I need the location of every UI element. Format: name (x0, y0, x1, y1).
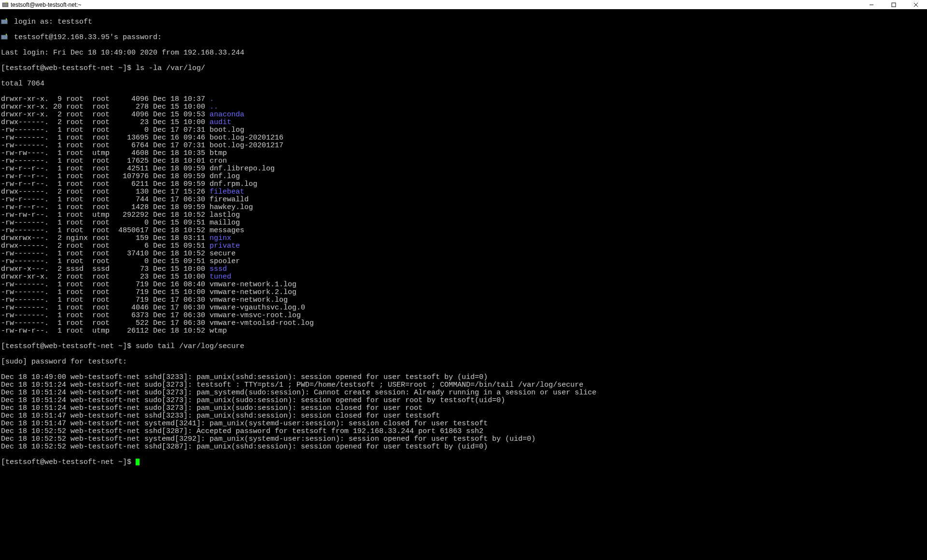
ls-row-filename: .. (210, 103, 218, 111)
svg-rect-8 (1, 20, 7, 24)
ls-row-filename: messages (210, 226, 244, 235)
window-titlebar: testsoft@web-testsoft-net:~ (0, 0, 927, 10)
putty-prompt-icon (1, 34, 10, 41)
ls-row-filename: secure (210, 250, 236, 258)
svg-rect-9 (6, 18, 7, 20)
ls-row-filename: audit (210, 118, 231, 126)
ls-row-filename: dnf.log (210, 172, 240, 181)
close-button[interactable] (905, 0, 927, 10)
secure-log-output: Dec 18 10:49:00 web-testsoft-net sshd[32… (1, 374, 926, 451)
ls-row-attrs: -rw-------. 1 root root 37410 Dec 18 10:… (1, 250, 210, 258)
ls-row-filename: vmware-network.2.log (210, 288, 296, 296)
log-line: Dec 18 10:52:52 web-testsoft-net sshd[32… (1, 443, 926, 451)
ls-row: -rw-------. 1 root root 0 Dec 15 09:51 s… (1, 258, 926, 266)
ls-row-attrs: -rw-------. 1 root root 0 Dec 15 09:51 (1, 219, 210, 227)
ls-row-filename: spooler (210, 257, 240, 266)
ls-row-filename: nginx (210, 234, 231, 242)
ls-row: -rw-r--r--. 1 root root 107976 Dec 18 09… (1, 173, 926, 181)
ls-row-filename: vmware-network.1.log (210, 280, 296, 289)
login-as: login as: testsoft (14, 18, 92, 26)
ls-row-attrs: -rw-------. 1 root root 522 Dec 17 06:30 (1, 319, 210, 327)
ls-row-filename: firewalld (210, 196, 249, 204)
ls-row: -rw-------. 1 root root 17625 Dec 18 10:… (1, 157, 926, 165)
ls-row-filename: boot.log-20201217 (210, 141, 283, 150)
ls-row: -rw-------. 1 root root 13695 Dec 16 09:… (1, 134, 926, 142)
ls-row-attrs: -rw-------. 1 root root 6764 Dec 17 07:3… (1, 141, 210, 150)
ls-row-filename: tuned (210, 273, 231, 281)
ls-row-attrs: -rw-------. 1 root root 719 Dec 16 08:40 (1, 280, 210, 289)
ls-row-attrs: drwxr-xr-x. 2 root root 23 Dec 15 10:00 (1, 273, 210, 281)
log-line: Dec 18 10:51:24 web-testsoft-net sudo[32… (1, 397, 926, 405)
ls-row-filename: hawkey.log (210, 203, 253, 211)
log-line: Dec 18 10:51:24 web-testsoft-net sudo[32… (1, 405, 926, 412)
ls-row: -rw-------. 1 root root 0 Dec 15 09:51 m… (1, 219, 926, 227)
log-line: Dec 18 10:49:00 web-testsoft-net sshd[32… (1, 374, 926, 381)
ls-row-attrs: drwx------. 2 root root 130 Dec 17 15:26 (1, 188, 210, 196)
log-line: Dec 18 10:51:24 web-testsoft-net sudo[32… (1, 381, 926, 389)
ls-row-attrs: drwx------. 2 root root 6 Dec 15 09:51 (1, 242, 210, 250)
ls-row: drwxrwx---. 2 nginx root 159 Dec 18 03:1… (1, 235, 926, 242)
ls-row-attrs: -rw-------. 1 root root 0 Dec 17 07:31 (1, 126, 210, 134)
sudo-password-prompt: [sudo] password for testsoft: (1, 358, 926, 366)
maximize-button[interactable] (883, 0, 905, 10)
ls-row: -rw-------. 1 root root 6373 Dec 17 06:3… (1, 312, 926, 320)
ls-row-filename: vmware-vmtoolsd-root.log (210, 319, 314, 327)
ls-row-attrs: -rw-rw-r--. 1 root utmp 292292 Dec 18 10… (1, 211, 210, 219)
ls-row-filename: vmware-vgauthsvc.log.0 (210, 304, 305, 312)
ls-row-filename: dnf.rpm.log (210, 180, 257, 188)
ls-row: drwx------. 2 root root 6 Dec 15 09:51 p… (1, 242, 926, 250)
ls-row-attrs: -rw-r--r--. 1 root root 107976 Dec 18 09… (1, 172, 210, 181)
ls-row-filename: private (210, 242, 240, 250)
ls-row-filename: sssd (210, 265, 227, 273)
ls-row: -rw-------. 1 root root 719 Dec 17 06:30… (1, 296, 926, 304)
ls-row-attrs: -rw-------. 1 root root 13695 Dec 16 09:… (1, 134, 210, 142)
ls-row-filename: boot.log-20201216 (210, 134, 283, 142)
ls-row: drwxr-x---. 2 sssd sssd 73 Dec 15 10:00 … (1, 266, 926, 273)
ls-row-attrs: drwxr-xr-x. 20 root root 278 Dec 15 10:0… (1, 103, 210, 111)
ls-row: drwxr-xr-x. 9 root root 4096 Dec 18 10:3… (1, 96, 926, 103)
ls-output: drwxr-xr-x. 9 root root 4096 Dec 18 10:3… (1, 96, 926, 335)
ls-row: -rw-------. 1 root root 522 Dec 17 06:30… (1, 320, 926, 327)
ls-row-attrs: -rw-rw-r--. 1 root utmp 26112 Dec 18 10:… (1, 327, 210, 335)
shell-prompt: [testsoft@web-testsoft-net ~]$ (1, 342, 136, 350)
ls-row-attrs: -rw-------. 1 root root 4046 Dec 17 06:3… (1, 304, 210, 312)
ls-row-attrs: drwx------. 2 root root 23 Dec 15 10:00 (1, 118, 210, 126)
command-tail: sudo tail /var/log/secure (136, 342, 244, 350)
log-line: Dec 18 10:51:47 web-testsoft-net systemd… (1, 420, 926, 428)
cursor (136, 459, 140, 465)
minimize-button[interactable] (860, 0, 883, 10)
svg-rect-12 (6, 34, 7, 35)
ls-row: -rw-rw----. 1 root utmp 4608 Dec 18 10:3… (1, 150, 926, 157)
ls-row: -rw-------. 1 root root 4850617 Dec 18 1… (1, 227, 926, 235)
ls-row: -rw-------. 1 root root 4046 Dec 17 06:3… (1, 304, 926, 312)
ls-row-attrs: drwxr-x---. 2 sssd sssd 73 Dec 15 10:00 (1, 265, 210, 273)
window-title: testsoft@web-testsoft-net:~ (11, 1, 82, 8)
ls-row: -rw-------. 1 root root 719 Dec 15 10:00… (1, 289, 926, 296)
window-controls (860, 0, 927, 10)
ls-row: -rw-------. 1 root root 37410 Dec 18 10:… (1, 250, 926, 258)
svg-rect-1 (3, 3, 8, 6)
ls-row-filename: . (210, 95, 214, 103)
ls-row-filename: anaconda (210, 111, 244, 119)
ls-row-filename: btmp (210, 149, 227, 157)
ls-row-filename: cron (210, 157, 227, 165)
ls-row-attrs: -rw-------. 1 root root 719 Dec 17 06:30 (1, 296, 210, 304)
log-line: Dec 18 10:52:52 web-testsoft-net systemd… (1, 435, 926, 443)
terminal[interactable]: login as: testsoft testsoft@192.168.33.9… (0, 10, 927, 560)
svg-rect-11 (1, 35, 7, 39)
last-login-line: Last login: Fri Dec 18 10:49:00 2020 fro… (1, 49, 926, 57)
ls-row-attrs: drwxr-xr-x. 2 root root 4096 Dec 15 09:5… (1, 111, 210, 119)
ls-row-attrs: drwxrwx---. 2 nginx root 159 Dec 18 03:1… (1, 234, 210, 242)
titlebar-left: testsoft@web-testsoft-net:~ (2, 1, 82, 8)
ls-row-filename: maillog (210, 219, 240, 227)
log-line: Dec 18 10:52:52 web-testsoft-net sshd[32… (1, 428, 926, 435)
ls-row: -rw-rw-r--. 1 root utmp 292292 Dec 18 10… (1, 211, 926, 219)
ls-row: -rw-------. 1 root root 6764 Dec 17 07:3… (1, 142, 926, 150)
ls-row-filename: lastlog (210, 211, 240, 219)
command-ls: ls -la /var/log/ (136, 64, 205, 72)
ls-row-attrs: -rw-r--r--. 1 root root 42511 Dec 18 09:… (1, 165, 210, 173)
ls-row-filename: wtmp (210, 327, 227, 335)
ls-row-filename: dnf.librepo.log (210, 165, 275, 173)
log-line: Dec 18 10:51:47 web-testsoft-net sshd[32… (1, 412, 926, 420)
ls-row-attrs: -rw-rw----. 1 root utmp 4608 Dec 18 10:3… (1, 149, 210, 157)
